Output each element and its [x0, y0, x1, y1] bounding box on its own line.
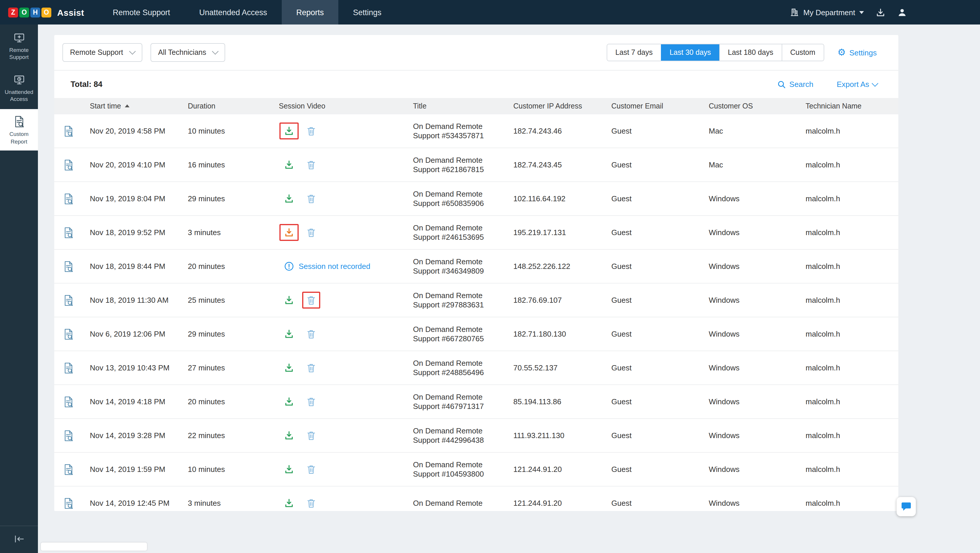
download-recording-button[interactable]	[279, 190, 299, 207]
download-icon[interactable]	[876, 7, 886, 17]
nav-unattended-access[interactable]: Unattended Access	[185, 0, 282, 24]
download-recording-button[interactable]	[279, 224, 299, 241]
sidebar-item-remote-support[interactable]: Remote Support	[0, 25, 38, 66]
session-title-line1: On Demand Remote	[413, 358, 506, 368]
technician-name-value: malcolm.h	[798, 465, 898, 474]
header-start-time[interactable]: Start time	[82, 102, 180, 110]
session-detail-icon[interactable]	[63, 294, 73, 306]
delete-recording-button[interactable]	[302, 359, 320, 376]
total-label: Total:	[71, 80, 92, 89]
table-row: Nov 13, 2019 10:43 PM 27 minutes	[54, 351, 898, 385]
download-recording-button[interactable]	[279, 326, 299, 342]
technician-name-value: malcolm.h	[798, 194, 898, 203]
session-title-line1: On Demand Remote	[413, 291, 506, 300]
delete-recording-button[interactable]	[302, 326, 320, 342]
table-row: Nov 20, 2019 4:58 PM 10 minutes	[54, 114, 898, 148]
session-detail-icon[interactable]	[63, 464, 73, 475]
delete-recording-button[interactable]	[302, 224, 320, 241]
session-title: On Demand Remote Support #297883631	[406, 291, 506, 310]
customer-email-value: Guest	[604, 228, 701, 237]
range-last-30-days[interactable]: Last 30 days	[661, 44, 719, 61]
search-button[interactable]: Search	[778, 80, 813, 89]
table-toolbar: Total: 84 Search Export As	[54, 71, 898, 98]
session-detail-icon[interactable]	[63, 362, 73, 373]
customer-os-value: Windows	[701, 194, 798, 203]
delete-recording-button[interactable]	[302, 190, 320, 207]
delete-recording-button[interactable]	[302, 292, 320, 308]
delete-recording-button[interactable]	[302, 156, 320, 173]
settings-label: Settings	[850, 48, 877, 57]
session-title-line2: Support #621867815	[413, 165, 506, 174]
download-recording-button[interactable]	[279, 122, 299, 140]
download-recording-button[interactable]	[279, 495, 299, 511]
session-detail-icon[interactable]	[63, 193, 73, 205]
session-title-line1: On Demand Remote	[413, 426, 506, 435]
download-recording-button[interactable]	[279, 461, 299, 478]
technician-dropdown-value: All Technicians	[158, 48, 206, 57]
service-dropdown[interactable]: Remote Support	[62, 43, 142, 62]
sidebar-item-custom-report[interactable]: Custom Report	[0, 110, 38, 151]
download-recording-button[interactable]	[279, 427, 299, 444]
session-detail-icon[interactable]	[63, 159, 73, 171]
export-as-button[interactable]: Export As	[837, 80, 877, 89]
download-recording-button[interactable]	[279, 359, 299, 376]
delete-recording-button[interactable]	[302, 461, 320, 478]
session-detail-icon[interactable]	[63, 497, 73, 509]
user-icon[interactable]	[897, 7, 907, 17]
session-detail-icon[interactable]	[63, 227, 73, 238]
left-sidebar: Remote Support Unattended Access Custom …	[0, 24, 38, 553]
total-count: Total: 84	[71, 80, 102, 89]
session-title-line1: On Demand Remote	[413, 257, 506, 266]
chevron-down-icon	[212, 48, 219, 55]
range-last-7-days[interactable]: Last 7 days	[607, 44, 661, 61]
download-recording-button[interactable]	[279, 393, 299, 410]
session-title-line2: Support #297883631	[413, 300, 506, 310]
customer-email-value: Guest	[604, 397, 701, 406]
total-value: 84	[94, 80, 102, 89]
collapse-sidebar-button[interactable]	[0, 526, 38, 553]
technician-dropdown[interactable]: All Technicians	[151, 43, 226, 62]
customer-os-value: Mac	[701, 160, 798, 169]
customer-os-value: Windows	[701, 499, 798, 507]
delete-recording-button[interactable]	[302, 495, 320, 511]
table-header: Start time Duration Session Video Title …	[54, 98, 898, 114]
gear-icon: ⚙	[837, 48, 846, 57]
session-title: On Demand Remote Support #621867815	[406, 156, 506, 174]
duration-value: 27 minutes	[180, 364, 271, 372]
session-title-line2: Support #467971317	[413, 402, 506, 411]
session-video-cell	[271, 190, 406, 207]
department-label: My Department	[803, 8, 855, 17]
start-time-value: Nov 14, 2019 3:28 PM	[82, 431, 180, 440]
session-detail-icon[interactable]	[63, 430, 73, 441]
duration-value: 22 minutes	[180, 431, 271, 440]
table-row: Nov 14, 2019 1:59 PM 10 minutes	[54, 453, 898, 486]
unattended-access-icon	[13, 74, 25, 86]
technician-name-value: malcolm.h	[798, 431, 898, 440]
report-settings-button[interactable]: ⚙ Settings	[837, 48, 877, 57]
session-detail-icon[interactable]	[63, 261, 73, 272]
download-recording-button[interactable]	[279, 292, 299, 308]
delete-recording-button[interactable]	[302, 427, 320, 444]
range-custom[interactable]: Custom	[781, 44, 823, 61]
start-time-value: Nov 6, 2019 12:06 PM	[82, 330, 180, 338]
session-title-line1: On Demand Remote	[413, 392, 506, 402]
session-detail-icon[interactable]	[63, 328, 73, 340]
delete-recording-button[interactable]	[302, 393, 320, 410]
nav-reports[interactable]: Reports	[282, 0, 339, 24]
date-range-group: Last 7 days Last 30 days Last 180 days C…	[607, 44, 824, 61]
session-detail-icon[interactable]	[63, 396, 73, 407]
chat-widget-button[interactable]	[897, 497, 916, 516]
range-last-180-days[interactable]: Last 180 days	[719, 44, 782, 61]
delete-recording-button[interactable]	[302, 122, 320, 140]
session-detail-icon[interactable]	[63, 125, 73, 137]
nav-settings[interactable]: Settings	[338, 0, 396, 24]
department-selector[interactable]: My Department	[790, 8, 864, 17]
sidebar-item-unattended-access[interactable]: Unattended Access	[0, 67, 38, 108]
download-recording-button[interactable]	[279, 156, 299, 173]
row-detail-cell	[54, 227, 82, 238]
header-customer-ip: Customer IP Address	[506, 102, 604, 110]
customer-ip-value: 111.93.211.130	[506, 431, 604, 440]
nav-remote-support[interactable]: Remote Support	[98, 0, 185, 24]
start-time-value: Nov 18, 2019 8:44 PM	[82, 262, 180, 271]
customer-email-value: Guest	[604, 499, 701, 507]
